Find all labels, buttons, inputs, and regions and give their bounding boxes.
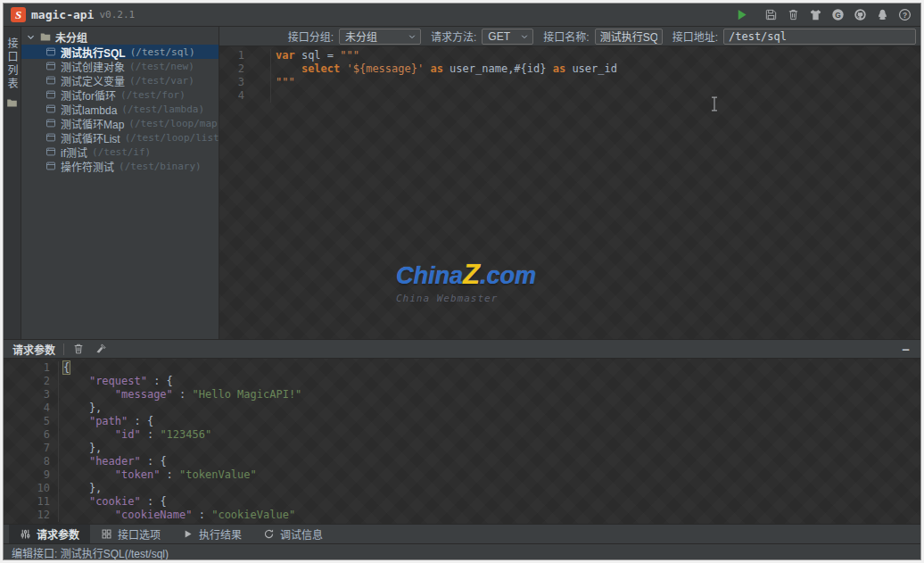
help-icon[interactable]: ? xyxy=(897,8,912,22)
api-icon xyxy=(45,61,56,71)
clean-icon[interactable] xyxy=(95,343,108,356)
api-name: 测试循环Map xyxy=(61,116,124,131)
save-icon[interactable] xyxy=(763,8,778,22)
params-panel-header: 请求参数 − xyxy=(4,339,920,359)
code-line: 3""" xyxy=(219,76,920,89)
api-path: (/test/for) xyxy=(120,89,186,101)
script-editor-lines: 1var sql = """2 select '${message}' as u… xyxy=(219,49,920,103)
tab-label: 接口选项 xyxy=(118,526,161,542)
api-name: 测试lambda xyxy=(61,102,117,117)
code-line: 10 }, xyxy=(4,482,920,495)
tab-label: 调试信息 xyxy=(280,526,323,542)
github-icon[interactable] xyxy=(853,8,867,22)
api-path: (/test/loop/map) xyxy=(128,118,219,129)
result-icon xyxy=(182,528,194,540)
line-number: 12 xyxy=(4,509,59,522)
options-icon xyxy=(101,528,112,540)
app-version: v0.2.1 xyxy=(99,9,135,21)
watermark-subtitle: China Webmaster xyxy=(396,293,536,304)
trash-icon[interactable] xyxy=(72,343,86,356)
delete-icon[interactable] xyxy=(786,8,800,22)
code-line: 1{ xyxy=(4,361,920,375)
api-tree-item[interactable]: 测试lambda(/test/lambda) xyxy=(21,102,219,116)
tab-label: 请求参数 xyxy=(37,526,79,542)
code-line: 12 "cookieName" : "cookieValue" xyxy=(4,509,920,522)
code-line: 2 select '${message}' as user_name,#{id}… xyxy=(219,62,920,76)
tab-label: 执行结果 xyxy=(199,526,242,542)
script-editor[interactable]: 1var sql = """2 select '${message}' as u… xyxy=(219,46,920,339)
api-tree-panel: 未分组 测试执行SQL(/test/sql)测试创建对象(/test/new)测… xyxy=(21,27,219,339)
vertical-tab-api-list[interactable]: 接口列表 xyxy=(4,27,21,339)
method-select[interactable]: GET xyxy=(482,29,533,45)
tab-api-options[interactable]: 接口选项 xyxy=(90,525,171,543)
divider xyxy=(63,344,64,355)
app-title: magic-api xyxy=(31,8,94,21)
gitee-icon[interactable]: G xyxy=(830,8,845,22)
line-number: 11 xyxy=(4,495,59,509)
params-icon xyxy=(20,528,31,540)
api-tree-item[interactable]: 测试执行SQL(/test/sql) xyxy=(21,45,219,59)
tab-debug-info[interactable]: 调试信息 xyxy=(252,525,334,543)
theme-icon[interactable] xyxy=(808,8,822,22)
minimize-button[interactable]: − xyxy=(902,343,910,356)
qq-icon[interactable] xyxy=(875,8,889,22)
line-number: 1 xyxy=(219,49,271,62)
line-number: 2 xyxy=(219,62,271,76)
run-icon[interactable] xyxy=(734,8,748,22)
api-name-label: 接口名称: xyxy=(543,29,589,44)
api-path-input[interactable] xyxy=(723,29,916,45)
api-path: (/test/loop/list) xyxy=(125,132,219,144)
folder-icon xyxy=(39,31,52,43)
api-name-input[interactable] xyxy=(595,29,663,45)
tree-group-row[interactable]: 未分组 xyxy=(21,29,219,45)
tab-request-params[interactable]: 请求参数 xyxy=(9,525,90,543)
chinaz-watermark: ChinaZ.com China Webmaster xyxy=(396,259,536,304)
api-icon xyxy=(45,75,56,86)
api-toolbar: 接口分组: 未分组 请求方法: GET 接口名称: 接口地址: xyxy=(219,27,920,46)
method-select-value: GET xyxy=(488,30,520,43)
method-label: 请求方法: xyxy=(431,29,476,44)
api-tree-item[interactable]: 测试创建对象(/test/new) xyxy=(21,59,219,73)
line-number: 6 xyxy=(4,428,59,442)
chevron-down-icon xyxy=(520,32,529,41)
code-line: 9 "token" : "tokenValue" xyxy=(4,468,920,482)
code-line: 4 xyxy=(219,89,920,103)
api-path: (/test/binary) xyxy=(119,161,202,172)
chevron-down-icon xyxy=(408,32,417,41)
code-line: 6 "id" : "123456" xyxy=(4,428,920,442)
code-line: 3 "message" : "Hello MagicAPI!" xyxy=(4,388,920,402)
status-bar: 编辑接口: 测试执行SQL(/test/sql) xyxy=(4,543,920,560)
params-panel-title: 请求参数 xyxy=(12,342,55,357)
api-name: 操作符测试 xyxy=(61,159,114,174)
api-tree-item[interactable]: 操作符测试(/test/binary) xyxy=(21,159,219,173)
watermark-china: China xyxy=(396,262,463,289)
line-number: 4 xyxy=(4,402,59,415)
group-label: 接口分组: xyxy=(288,29,334,44)
code-line: 1var sql = """ xyxy=(219,49,920,62)
api-path: (/test/lambda) xyxy=(121,103,204,115)
svg-text:G: G xyxy=(835,11,841,20)
api-tree-item[interactable]: 测试for循环(/test/for) xyxy=(21,87,219,102)
svg-text:?: ? xyxy=(902,11,906,20)
editor-pane: 接口分组: 未分组 请求方法: GET 接口名称: 接口地址: xyxy=(219,27,920,339)
tab-run-result[interactable]: 执行结果 xyxy=(171,525,252,543)
code-line: 5 "path" : { xyxy=(4,415,920,428)
api-tree-item[interactable]: 测试定义变量(/test/var) xyxy=(21,73,219,87)
screenshot-frame: S magic-api v0.2.1 G? 接口列表 未分组 测试执行SQL(/… xyxy=(0,0,924,563)
line-number: 9 xyxy=(4,468,59,482)
main-area: 接口列表 未分组 测试执行SQL(/test/sql)测试创建对象(/test/… xyxy=(4,27,920,339)
line-number: 5 xyxy=(4,415,59,428)
chevron-down-icon xyxy=(26,32,36,42)
group-name: 未分组 xyxy=(55,29,87,45)
api-tree-item[interactable]: 测试循环Map(/test/loop/map) xyxy=(21,116,219,130)
api-tree-item[interactable]: 测试循环List(/test/loop/list) xyxy=(21,130,219,145)
api-name: 测试创建对象 xyxy=(61,59,125,74)
group-select[interactable]: 未分组 xyxy=(339,29,421,45)
api-name: 测试循环List xyxy=(61,130,120,145)
api-icon xyxy=(45,103,56,114)
line-number: 3 xyxy=(4,388,59,402)
api-path: (/test/if) xyxy=(92,146,151,158)
request-params-editor[interactable]: 1{2 "request" : {3 "message" : "Hello Ma… xyxy=(4,359,920,524)
api-tree-item[interactable]: if测试(/test/if) xyxy=(21,145,219,159)
line-number: 10 xyxy=(4,482,59,495)
